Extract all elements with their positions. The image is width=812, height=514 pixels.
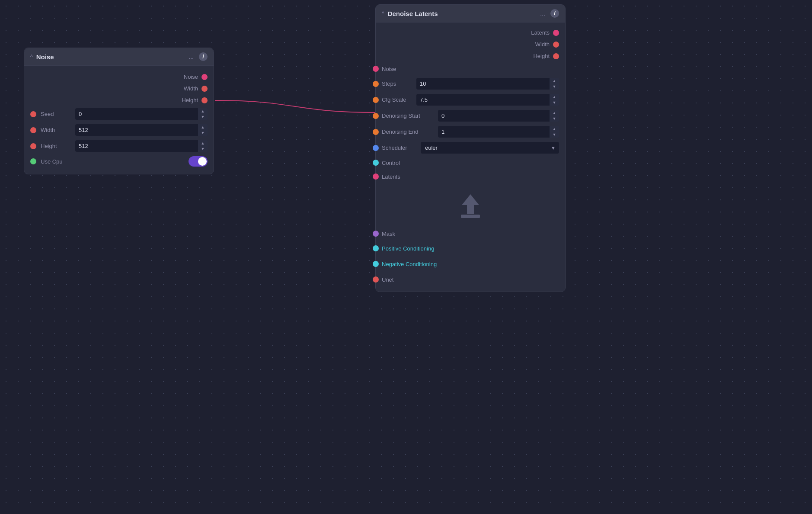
denoising-end-row: Denoising End ▲ ▼ — [376, 124, 565, 140]
use-cpu-toggle[interactable] — [189, 156, 208, 167]
denoising-start-up[interactable]: ▲ — [550, 110, 559, 116]
seed-up[interactable]: ▲ — [198, 108, 208, 114]
noise-node-header: ^ Noise ... i — [24, 48, 214, 66]
steps-label: Steps — [382, 80, 412, 87]
noise-output-width: Width — [24, 83, 214, 94]
unet-label: Unet — [382, 276, 393, 283]
steps-up[interactable]: ▲ — [550, 78, 559, 84]
steps-stepper[interactable]: ▲ ▼ — [550, 78, 559, 90]
denoise-collapse-icon[interactable]: ^ — [382, 10, 384, 16]
noise-output-width-label: Width — [184, 85, 198, 92]
noise-output-width-dot[interactable] — [201, 86, 208, 92]
denoising-start-label: Denoising Start — [382, 112, 434, 119]
negative-conditioning-dot[interactable] — [373, 261, 379, 267]
noise-output-height-label: Height — [182, 97, 198, 103]
width-input[interactable] — [75, 124, 208, 136]
dn-in-noise-dot[interactable] — [373, 66, 379, 72]
dn-out-latents-dot[interactable] — [553, 30, 559, 36]
upload-icon — [457, 192, 483, 218]
height-down[interactable]: ▼ — [198, 146, 208, 152]
use-cpu-label: Use Cpu — [41, 158, 71, 165]
collapse-icon[interactable]: ^ — [30, 54, 33, 60]
cfg-scale-down[interactable]: ▼ — [550, 100, 559, 106]
cfg-scale-input[interactable] — [416, 94, 559, 106]
dn-out-height-dot[interactable] — [553, 53, 559, 59]
height-field-row: Height ▲ ▼ — [24, 138, 214, 154]
seed-down[interactable]: ▼ — [198, 114, 208, 120]
mask-dot[interactable] — [373, 231, 379, 237]
latents-input-dot[interactable] — [373, 173, 379, 180]
dn-in-noise-row: Noise — [376, 62, 565, 76]
denoising-end-stepper[interactable]: ▲ ▼ — [550, 126, 559, 138]
denoising-start-down[interactable]: ▼ — [550, 116, 559, 122]
mask-row: Mask — [376, 227, 565, 241]
width-up[interactable]: ▲ — [198, 124, 208, 130]
scheduler-select[interactable]: euler ddim dpmpp_2m heun lms — [421, 142, 559, 154]
control-label: Control — [382, 160, 400, 166]
more-button[interactable]: ... — [187, 52, 195, 61]
noise-output-noise: Noise — [24, 71, 214, 83]
denoising-end-input[interactable] — [438, 126, 559, 138]
mask-label: Mask — [382, 231, 395, 237]
negative-conditioning-label: Negative Conditioning — [382, 261, 437, 267]
scheduler-dot[interactable] — [373, 145, 379, 151]
denoising-start-input[interactable] — [438, 110, 559, 122]
seed-dot[interactable] — [30, 111, 36, 117]
positive-conditioning-label: Positive Conditioning — [382, 245, 434, 252]
width-stepper[interactable]: ▲ ▼ — [198, 124, 208, 136]
denoise-node-header: ^ Denoise Latents ... i — [376, 5, 565, 22]
dn-out-latents: Latents — [376, 27, 565, 39]
dn-out-width-label: Width — [535, 41, 550, 48]
noise-output-height-dot[interactable] — [201, 97, 208, 103]
denoise-node-content: Latents Width Height Noise Steps ▲ ▼ — [376, 22, 565, 292]
height-up[interactable]: ▲ — [198, 140, 208, 146]
svg-marker-0 — [462, 194, 479, 214]
cfg-scale-row: Cfg Scale ▲ ▼ — [376, 92, 565, 108]
unet-dot[interactable] — [373, 276, 379, 283]
positive-conditioning-row: Positive Conditioning — [376, 241, 565, 256]
width-dot[interactable] — [30, 127, 36, 133]
dn-out-width: Width — [376, 39, 565, 50]
cfg-scale-up[interactable]: ▲ — [550, 94, 559, 100]
height-label: Height — [41, 143, 71, 149]
control-dot[interactable] — [373, 160, 379, 166]
info-button[interactable]: i — [199, 52, 208, 61]
scheduler-label: Scheduler — [382, 145, 416, 151]
cfg-scale-stepper[interactable]: ▲ ▼ — [550, 94, 559, 106]
use-cpu-dot[interactable] — [30, 158, 36, 164]
noise-output-noise-dot[interactable] — [201, 74, 208, 80]
height-stepper[interactable]: ▲ ▼ — [198, 140, 208, 152]
use-cpu-field-row: Use Cpu — [24, 154, 214, 169]
denoising-end-dot[interactable] — [373, 129, 379, 135]
seed-field-row: Seed ▲ ▼ — [24, 106, 214, 122]
denoising-end-down[interactable]: ▼ — [550, 132, 559, 138]
steps-input[interactable] — [416, 78, 559, 90]
latents-input-row: Latents — [376, 170, 565, 183]
cfg-scale-dot[interactable] — [373, 97, 379, 103]
latents-input-label: Latents — [382, 173, 400, 180]
denoising-start-stepper[interactable]: ▲ ▼ — [550, 110, 559, 122]
scheduler-row: Scheduler euler ddim dpmpp_2m heun lms ▼ — [376, 140, 565, 156]
steps-down[interactable]: ▼ — [550, 84, 559, 90]
dn-in-noise-label: Noise — [382, 66, 396, 72]
seed-label: Seed — [41, 111, 71, 117]
upload-area[interactable] — [376, 183, 565, 227]
width-label: Width — [41, 127, 71, 133]
height-input[interactable] — [75, 140, 208, 152]
positive-conditioning-dot[interactable] — [373, 245, 379, 251]
denoise-more-button[interactable]: ... — [538, 9, 547, 18]
denoising-end-up[interactable]: ▲ — [550, 126, 559, 132]
seed-stepper[interactable]: ▲ ▼ — [198, 108, 208, 120]
width-field-row: Width ▲ ▼ — [24, 122, 214, 138]
dn-out-width-dot[interactable] — [553, 42, 559, 48]
denoise-info-button[interactable]: i — [550, 9, 559, 18]
noise-output-noise-label: Noise — [184, 74, 198, 80]
denoising-start-dot[interactable] — [373, 113, 379, 119]
steps-dot[interactable] — [373, 81, 379, 87]
width-down[interactable]: ▼ — [198, 130, 208, 136]
dn-out-latents-label: Latents — [531, 29, 550, 36]
seed-input[interactable] — [75, 108, 208, 120]
height-dot[interactable] — [30, 143, 36, 149]
denoise-node: ^ Denoise Latents ... i Latents Width He… — [375, 4, 566, 292]
cfg-scale-label: Cfg Scale — [382, 96, 412, 103]
